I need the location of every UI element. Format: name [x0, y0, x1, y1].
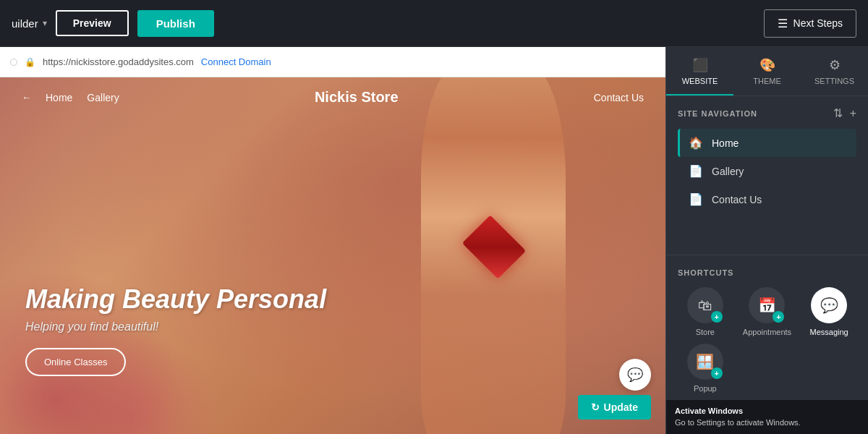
site-navigation-label: SITE NAVIGATION: [678, 109, 757, 118]
site-navigation-section: SITE NAVIGATION ⇅ + 🏠 Home 📄 Gallery 📄 C: [666, 96, 868, 221]
settings-tab-label: SETTINGS: [814, 77, 854, 85]
popup-icon-wrap: 🪟 +: [687, 344, 723, 380]
top-bar: uilder ▾ Preview Publish ☰ Next Steps: [0, 0, 868, 47]
shortcut-store[interactable]: 🛍 + Store: [678, 287, 733, 336]
popup-label: Popup: [694, 384, 717, 393]
brand-chevron-icon: ▾: [43, 18, 47, 28]
shortcut-popup[interactable]: 🪟 + Popup: [678, 344, 733, 393]
website-preview: ← Home Gallery Nickis Store Contact Us M…: [0, 77, 665, 434]
lock-icon: 🔒: [25, 57, 35, 67]
nav-link-home[interactable]: Home: [46, 92, 72, 103]
nav-item-home-label: Home: [712, 137, 739, 149]
brand-name[interactable]: uilder ▾: [12, 17, 47, 30]
popup-plus-badge: +: [711, 367, 723, 379]
store-icon: 🛍: [698, 297, 712, 314]
shortcut-appointments[interactable]: 📅 + Appointments: [740, 287, 795, 336]
popup-icon: 🪟: [696, 353, 714, 370]
nav-link-contact[interactable]: Contact Us: [594, 92, 644, 103]
shortcut-messaging[interactable]: 💬 Messaging: [801, 287, 856, 336]
website-tab-icon: ⬛: [692, 57, 708, 73]
messaging-icon: 💬: [820, 297, 838, 314]
hero-subheading: Helping you find beautiful!: [25, 320, 326, 333]
tab-website[interactable]: ⬛ WEBSITE: [666, 47, 733, 95]
online-classes-button[interactable]: Online Classes: [25, 348, 126, 376]
store-icon-wrap: 🛍 +: [687, 287, 723, 323]
settings-tab-icon: ⚙: [829, 57, 841, 73]
brand-label: uilder: [12, 17, 38, 30]
update-label: Update: [604, 401, 638, 413]
contact-page-icon: 📄: [689, 192, 703, 206]
address-bar: 🔒 https://nickisstore.godaddysites.com C…: [0, 47, 665, 77]
nav-back-arrow[interactable]: ←: [22, 92, 31, 103]
update-button[interactable]: ↻ Update: [578, 395, 651, 420]
appointments-icon: 📅: [758, 297, 776, 314]
nav-item-home[interactable]: 🏠 Home: [678, 129, 856, 157]
theme-tab-label: THEME: [753, 77, 781, 85]
next-steps-button[interactable]: ☰ Next Steps: [764, 9, 856, 38]
canvas-area: 🔒 https://nickisstore.godaddysites.com C…: [0, 47, 665, 434]
shortcuts-section: SHORTCUTS 🛍 + Store 📅 + Appointmen: [666, 258, 868, 400]
hero-content: Making Beauty Personal Helping you find …: [25, 284, 326, 376]
nav-link-gallery[interactable]: Gallery: [87, 92, 119, 103]
main-area: 🔒 https://nickisstore.godaddysites.com C…: [0, 47, 868, 434]
publish-button[interactable]: Publish: [137, 10, 214, 37]
theme-tab-icon: 🎨: [760, 57, 775, 73]
nav-item-contact[interactable]: 📄 Contact Us: [678, 185, 856, 213]
site-title-nav: Nickis Store: [119, 89, 594, 106]
tab-settings[interactable]: ⚙ SETTINGS: [801, 47, 868, 95]
shortcuts-title: SHORTCUTS: [678, 268, 856, 277]
store-label: Store: [696, 328, 715, 336]
add-nav-button[interactable]: +: [850, 106, 856, 120]
messaging-label: Messaging: [810, 328, 848, 336]
activate-windows-banner: Activate Windows Go to Settings to activ…: [666, 400, 868, 434]
chat-bubble-button[interactable]: 💬: [619, 359, 651, 391]
chat-icon: 💬: [627, 367, 643, 383]
appointments-icon-wrap: 📅 +: [749, 287, 785, 323]
nav-item-gallery[interactable]: 📄 Gallery: [678, 157, 856, 185]
update-icon: ↻: [591, 401, 600, 413]
connect-domain-link[interactable]: Connect Domain: [201, 56, 271, 67]
activate-windows-subtitle: Go to Settings to activate Windows.: [675, 417, 859, 428]
divider: [666, 255, 868, 255]
address-dot: [10, 59, 17, 66]
activate-windows-title: Activate Windows: [675, 406, 859, 417]
appointments-plus-badge: +: [773, 311, 784, 323]
nav-items-list: 🏠 Home 📄 Gallery 📄 Contact Us: [678, 129, 856, 213]
nav-item-gallery-label: Gallery: [712, 166, 744, 177]
messaging-icon-wrap: 💬: [811, 287, 847, 323]
home-page-icon: 🏠: [689, 136, 703, 150]
panel-tabs: ⬛ WEBSITE 🎨 THEME ⚙ SETTINGS: [666, 47, 868, 96]
tab-theme[interactable]: 🎨 THEME: [733, 47, 801, 95]
nav-left: ← Home Gallery: [22, 92, 119, 103]
filter-icon-button[interactable]: ⇅: [833, 106, 843, 120]
address-url: https://nickisstore.godaddysites.com: [43, 56, 194, 67]
preview-button[interactable]: Preview: [56, 10, 129, 36]
gallery-page-icon: 📄: [689, 164, 703, 178]
next-steps-icon: ☰: [778, 17, 788, 30]
hero-heading: Making Beauty Personal: [25, 284, 326, 315]
store-plus-badge: +: [711, 311, 723, 323]
right-panel: ⬛ WEBSITE 🎨 THEME ⚙ SETTINGS SITE NAVIGA…: [665, 47, 868, 434]
website-tab-label: WEBSITE: [682, 77, 718, 85]
next-steps-label: Next Steps: [793, 17, 843, 29]
section-header: SITE NAVIGATION ⇅ +: [678, 106, 856, 120]
nav-item-contact-label: Contact Us: [712, 194, 762, 205]
shortcuts-grid: 🛍 + Store 📅 + Appointments 💬: [678, 287, 856, 393]
section-actions: ⇅ +: [833, 106, 856, 120]
appointments-label: Appointments: [743, 328, 791, 336]
site-nav-overlay: ← Home Gallery Nickis Store Contact Us: [0, 77, 665, 117]
